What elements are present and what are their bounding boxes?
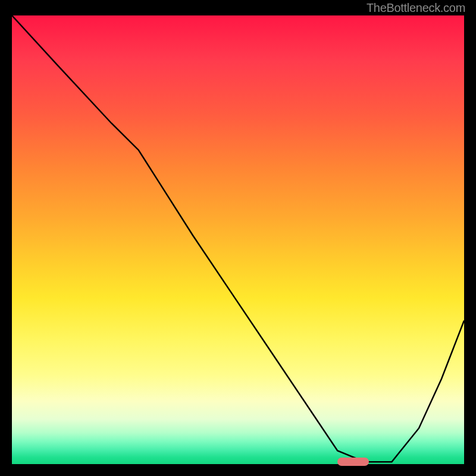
plot-area — [12, 15, 464, 464]
optimum-range-marker — [337, 458, 369, 466]
attribution-text: TheBottleneck.com — [367, 1, 465, 15]
bottleneck-chart: TheBottleneck.com — [0, 0, 476, 476]
bottleneck-curve — [12, 15, 464, 464]
curve-path — [12, 15, 464, 462]
